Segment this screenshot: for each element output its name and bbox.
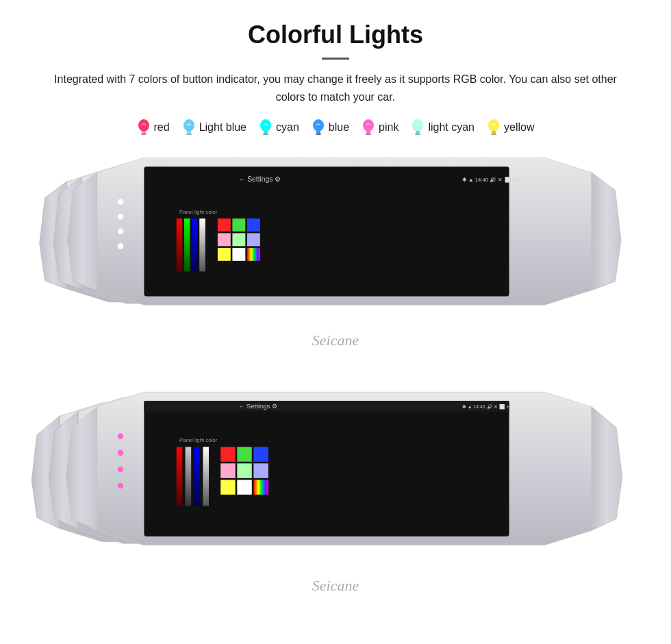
svg-rect-10: [316, 131, 320, 134]
svg-text:✱ ▲ 14:40 🔊 ✕ ⬜ ↩: ✱ ▲ 14:40 🔊 ✕ ⬜ ↩: [462, 176, 518, 183]
bottom-units-svg: ← Settings ⚙ ✱ ▲ 14:40 🔊 ✕ ⬜ ↩ Panel lig…: [14, 385, 657, 591]
page-title: Colorful Lights: [14, 21, 657, 49]
svg-point-51: [118, 243, 124, 249]
title-section: Colorful Lights Integrated with 7 colors…: [14, 21, 657, 106]
svg-rect-40: [232, 219, 245, 232]
seicane-watermark-top: Seicane: [267, 332, 404, 349]
svg-rect-8: [263, 134, 268, 135]
svg-rect-39: [218, 219, 231, 232]
svg-rect-36: [184, 219, 190, 271]
svg-rect-2: [141, 134, 147, 135]
svg-rect-31: [144, 166, 509, 296]
svg-text:✱ ▲ 14:40 🔊 ✕ ⬜ ↩: ✱ ▲ 14:40 🔊 ✕ ⬜ ↩: [462, 404, 511, 410]
svg-point-80: [118, 434, 124, 440]
svg-rect-16: [416, 131, 420, 134]
svg-rect-35: [177, 219, 183, 271]
svg-point-9: [313, 119, 324, 132]
seicane-watermark-bottom: Seicane: [267, 577, 404, 595]
bulb-icon-yellow: [487, 118, 501, 137]
color-item-lightblue: Light blue: [182, 118, 246, 137]
svg-point-12: [363, 119, 374, 132]
color-label-red: red: [154, 121, 170, 134]
color-list: red Light blue cyan: [14, 118, 657, 137]
svg-rect-11: [316, 134, 321, 135]
svg-point-15: [412, 119, 423, 132]
bulb-icon-lightblue: [182, 118, 196, 137]
svg-rect-4: [187, 131, 191, 134]
color-item-red: red: [137, 118, 170, 137]
svg-rect-73: [253, 447, 268, 462]
bulb-icon-pink: [362, 118, 375, 137]
svg-rect-76: [253, 464, 268, 479]
color-label-lightblue: Light blue: [199, 121, 246, 134]
svg-rect-20: [491, 134, 496, 135]
svg-rect-14: [366, 134, 371, 135]
svg-rect-17: [415, 134, 420, 135]
bulb-icon-red: [137, 118, 151, 137]
svg-rect-5: [186, 134, 192, 135]
svg-point-6: [260, 119, 271, 132]
svg-point-50: [118, 229, 124, 235]
svg-point-81: [118, 450, 124, 456]
svg-text:Panel light color: Panel light color: [179, 209, 217, 215]
bulb-icon-lightcyan: [411, 118, 425, 137]
svg-text:← Settings ⚙: ← Settings ⚙: [238, 175, 281, 183]
svg-rect-46: [232, 248, 245, 261]
svg-point-49: [118, 214, 124, 220]
svg-text:← Settings ⚙: ← Settings ⚙: [238, 403, 277, 410]
description-text: Integrated with 7 colors of button indic…: [41, 71, 630, 106]
color-item-yellow: yellow: [487, 118, 534, 137]
svg-rect-70: [203, 447, 209, 506]
page-container: Colorful Lights Integrated with 7 colors…: [0, 0, 671, 644]
svg-rect-43: [232, 234, 245, 247]
svg-rect-42: [218, 234, 231, 247]
color-item-pink: pink: [362, 118, 398, 137]
svg-rect-44: [247, 234, 260, 247]
bottom-product-section: ← Settings ⚙ ✱ ▲ 14:40 🔊 ✕ ⬜ ↩ Panel lig…: [14, 385, 657, 611]
svg-point-83: [118, 483, 124, 489]
svg-rect-13: [366, 131, 370, 134]
svg-rect-79: [253, 480, 268, 495]
svg-rect-7: [264, 131, 268, 134]
svg-text:Panel light color: Panel light color: [179, 438, 217, 444]
color-item-lightcyan: light cyan: [411, 118, 474, 137]
svg-rect-38: [199, 219, 205, 271]
color-label-yellow: yellow: [504, 121, 534, 134]
bulb-icon-cyan: [259, 118, 273, 137]
color-label-blue: blue: [329, 121, 349, 134]
svg-rect-1: [142, 131, 146, 134]
top-units-svg: ← Settings ⚙ ✱ ▲ 14:40 🔊 ✕ ⬜ ↩ Panel lig…: [14, 152, 657, 351]
svg-rect-68: [186, 447, 192, 506]
svg-point-18: [488, 119, 499, 132]
svg-point-48: [118, 199, 124, 206]
svg-rect-78: [237, 480, 252, 495]
svg-rect-37: [192, 219, 198, 271]
color-label-pink: pink: [379, 121, 398, 134]
svg-rect-63: [144, 401, 509, 411]
top-product-section: ← Settings ⚙ ✱ ▲ 14:40 🔊 ✕ ⬜ ↩ Panel lig…: [14, 152, 657, 364]
svg-rect-77: [220, 480, 236, 495]
title-divider: [322, 58, 349, 60]
color-item-cyan: cyan: [259, 118, 299, 137]
svg-point-3: [183, 119, 194, 132]
svg-rect-45: [218, 248, 231, 261]
svg-rect-74: [220, 464, 236, 479]
svg-point-82: [118, 467, 124, 473]
svg-point-0: [138, 119, 149, 132]
color-label-cyan: cyan: [276, 121, 299, 134]
svg-rect-67: [177, 447, 183, 506]
color-item-blue: blue: [312, 118, 349, 137]
svg-rect-19: [492, 131, 496, 134]
bulb-icon-blue: [312, 118, 325, 137]
color-label-lightcyan: light cyan: [428, 121, 474, 134]
svg-rect-41: [247, 219, 260, 232]
svg-rect-75: [237, 464, 252, 479]
svg-rect-69: [194, 447, 201, 506]
svg-rect-71: [220, 447, 236, 462]
svg-rect-47: [247, 248, 260, 261]
svg-rect-72: [237, 447, 252, 462]
